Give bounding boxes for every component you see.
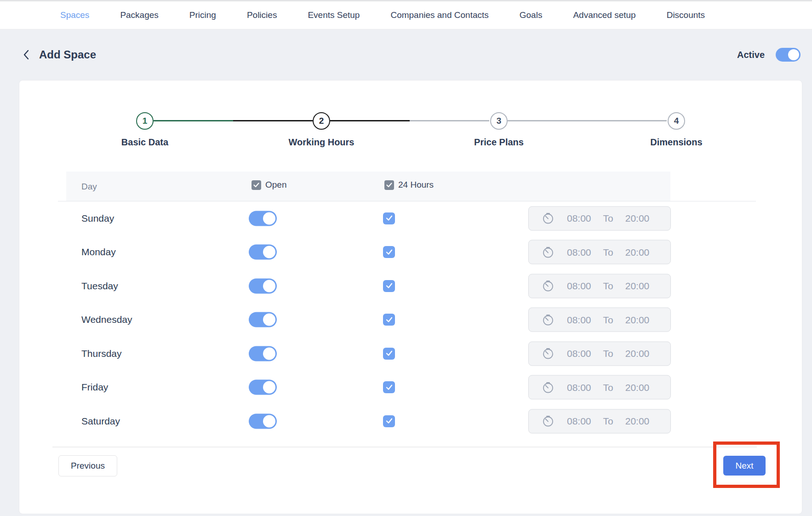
column-header-24hours: 24 Hours [384, 180, 434, 190]
day-label: Thursday [81, 348, 122, 359]
next-button[interactable]: Next [723, 456, 766, 476]
table-row: Wednesday 08:00 To 20:00 [58, 303, 756, 337]
time-range-input[interactable]: 08:00 To 20:00 [528, 409, 671, 433]
open-toggle[interactable] [249, 312, 277, 327]
table-row: Thursday 08:00 To 20:00 [58, 337, 756, 371]
step-number-circle: 1 [136, 112, 154, 130]
open-toggle[interactable] [249, 380, 277, 395]
open-toggle[interactable] [249, 346, 277, 361]
clock-icon [541, 347, 555, 361]
stepper-step[interactable]: 4 Dimensions [630, 112, 722, 148]
24hours-checkbox[interactable] [383, 348, 395, 360]
active-toggle[interactable] [776, 48, 801, 62]
open-all-checkbox[interactable] [252, 180, 261, 190]
time-separator: To [603, 247, 613, 258]
check-icon [386, 249, 393, 255]
time-range-input[interactable]: 08:00 To 20:00 [528, 274, 671, 298]
check-icon [386, 317, 393, 323]
chevron-left-icon [23, 50, 29, 60]
add-space-card: 1 Basic Data 2 Working Hours 3 Price Pla… [19, 80, 802, 514]
nav-item-pricing[interactable]: Pricing [189, 10, 216, 20]
nav-item-goals[interactable]: Goals [520, 10, 543, 20]
table-body: Sunday 08:00 To 20:00 Monday [58, 201, 756, 438]
time-from: 08:00 [567, 281, 591, 292]
step-number-circle: 4 [668, 112, 685, 130]
nav-item-companies-and-contacts[interactable]: Companies and Contacts [390, 10, 488, 20]
time-separator: To [603, 416, 613, 427]
24hours-checkbox[interactable] [383, 246, 395, 258]
time-range-input[interactable]: 08:00 To 20:00 [528, 341, 671, 366]
time-separator: To [603, 382, 613, 393]
24hours-all-checkbox[interactable] [384, 180, 394, 190]
clock-icon [541, 212, 555, 225]
time-to: 20:00 [625, 314, 650, 325]
toggle-knob [263, 347, 275, 360]
open-toggle[interactable] [249, 245, 277, 260]
open-toggle[interactable] [249, 278, 277, 293]
nav-item-discounts[interactable]: Discounts [667, 10, 705, 20]
table-row: Tuesday 08:00 To 20:00 [58, 269, 756, 303]
toggle-knob [788, 49, 799, 60]
toggle-knob [263, 381, 275, 394]
nav-item-advanced-setup[interactable]: Advanced setup [573, 10, 635, 20]
step-label-basic-data: Basic Data [99, 137, 191, 148]
toggle-knob [263, 280, 275, 292]
table-row: Sunday 08:00 To 20:00 [58, 201, 756, 235]
clock-icon [541, 279, 555, 293]
stepper-step[interactable]: 1 Basic Data [99, 112, 191, 148]
24hours-checkbox[interactable] [383, 415, 395, 427]
check-icon [253, 183, 259, 188]
time-range-input[interactable]: 08:00 To 20:00 [528, 240, 671, 264]
time-from: 08:00 [567, 382, 591, 393]
table-header: Day Open 24 Hours [66, 172, 670, 201]
time-separator: To [603, 348, 613, 359]
day-label: Friday [81, 382, 108, 393]
previous-button[interactable]: Previous [58, 455, 117, 476]
toggle-knob [263, 246, 275, 258]
time-range-input[interactable]: 08:00 To 20:00 [528, 308, 671, 332]
time-separator: To [603, 281, 613, 292]
time-range-input[interactable]: 08:00 To 20:00 [528, 206, 671, 230]
day-label: Monday [81, 247, 116, 258]
table-row: Saturday 08:00 To 20:00 [58, 404, 756, 438]
column-header-open: Open [252, 180, 286, 190]
nav-item-events-setup[interactable]: Events Setup [308, 10, 360, 20]
24hours-checkbox[interactable] [383, 314, 395, 326]
back-button[interactable] [20, 49, 32, 61]
wizard-stepper: 1 Basic Data 2 Working Hours 3 Price Pla… [19, 80, 802, 149]
time-from: 08:00 [567, 314, 591, 325]
toggle-knob [263, 415, 275, 427]
24hours-checkbox[interactable] [383, 280, 395, 292]
check-icon [386, 183, 392, 188]
time-from: 08:00 [567, 213, 591, 224]
page-title: Add Space [39, 48, 96, 61]
stepper-step[interactable]: 2 Working Hours [275, 112, 367, 148]
footer-divider [52, 447, 757, 447]
clock-icon [541, 414, 555, 428]
day-label: Tuesday [81, 281, 118, 292]
time-range-input[interactable]: 08:00 To 20:00 [528, 375, 671, 400]
24hours-checkbox[interactable] [383, 381, 395, 393]
time-to: 20:00 [625, 416, 650, 427]
stepper-step[interactable]: 3 Price Plans [453, 112, 545, 148]
active-label: Active [737, 50, 765, 60]
open-toggle[interactable] [249, 211, 277, 226]
nav-item-spaces[interactable]: Spaces [60, 10, 89, 20]
open-toggle[interactable] [249, 413, 277, 429]
check-icon [386, 350, 393, 356]
day-label: Wednesday [81, 314, 132, 325]
step-label-working-hours: Working Hours [275, 137, 367, 148]
time-to: 20:00 [625, 247, 650, 258]
check-icon [386, 215, 393, 221]
nav-item-policies[interactable]: Policies [247, 10, 277, 20]
24hours-checkbox[interactable] [383, 212, 395, 224]
time-separator: To [603, 314, 613, 325]
column-header-day: Day [81, 182, 97, 192]
time-to: 20:00 [625, 281, 650, 292]
clock-icon [541, 245, 555, 259]
top-navigation: SpacesPackagesPricingPoliciesEvents Setu… [0, 0, 812, 29]
table-row: Monday 08:00 To 20:00 [58, 235, 756, 269]
nav-item-packages[interactable]: Packages [120, 10, 158, 20]
step-label-dimensions: Dimensions [630, 137, 722, 148]
step-number-circle: 3 [490, 112, 508, 130]
